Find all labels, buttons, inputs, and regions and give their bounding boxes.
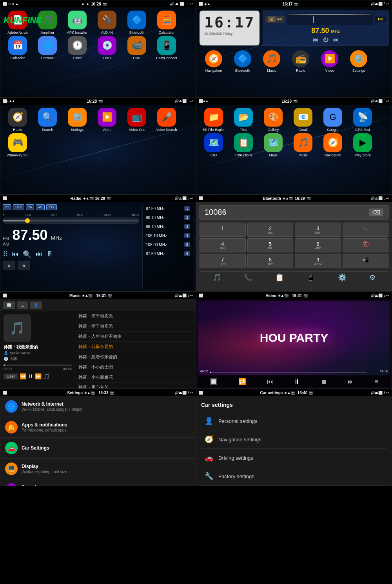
app-maps[interactable]: 🗺️Maps <box>259 133 287 157</box>
keypad-btn[interactable]: ⠿ <box>3 250 8 259</box>
app-wheelkey-studio[interactable]: 🎮Wheelkey Stu <box>4 133 32 157</box>
app-calendar[interactable]: 📅Calendar <box>4 36 32 60</box>
music-list-btn[interactable]: 🎵 <box>43 373 50 379</box>
bt-contacts-icon[interactable]: 📋 <box>275 273 284 282</box>
freq-preset-2[interactable]: 90.10 MHz2 <box>143 213 193 222</box>
app-search[interactable]: 🔍Search <box>33 108 62 132</box>
bt-key-5[interactable]: 5JKL <box>247 238 294 252</box>
bt-key-9[interactable]: 9WXYZ <box>295 254 341 268</box>
bt-settings-icon[interactable]: ⚙️ <box>338 273 347 282</box>
freq-preset-4[interactable]: 106.10 MHz4 <box>143 231 193 240</box>
music-rew-btn[interactable]: ⏪ <box>20 373 26 379</box>
bt-music-icon[interactable]: 🎵 <box>212 273 221 282</box>
tag-af[interactable]: AF <box>36 204 44 210</box>
app-dvd[interactable]: 💿DVD <box>93 36 121 60</box>
bt-key-*[interactable]: 📵 <box>343 238 389 252</box>
bt-phone-icon[interactable]: 📱 <box>307 273 315 282</box>
bt-key-2[interactable]: 2ABC <box>247 223 294 237</box>
bt-key-6[interactable]: 6MNO <box>295 238 341 252</box>
skip-fwd-btn[interactable]: ⏭ <box>35 250 42 258</box>
tag-loc[interactable]: LOC <box>13 204 24 210</box>
bt-key-1[interactable]: 1 <box>200 223 246 237</box>
playlist-item-4[interactable]: 孙露・想着你亲爱的 <box>75 352 196 362</box>
app-google[interactable]: GGoogle <box>319 108 347 132</box>
radio-next-btn[interactable]: ⏭ <box>333 36 339 43</box>
playlist-item-5[interactable]: 孙露・小小的太阳 <box>75 362 196 372</box>
music-fwd-btn[interactable]: ⏩ <box>35 373 42 379</box>
app-settings[interactable]: ⚙️Settings <box>63 108 91 132</box>
app-gallery[interactable]: 🎨Gallery <box>259 108 287 132</box>
freq-preset-1[interactable]: 87.50 MHz1 <box>143 204 193 213</box>
app-gmail[interactable]: 📧Gmail <box>289 108 317 132</box>
app-files[interactable]: 📂Files <box>229 108 258 132</box>
bt-more-icon[interactable]: ⚙ <box>369 273 376 282</box>
bt-backspace-btn[interactable]: ⌫ <box>369 209 383 216</box>
playlist-item-0[interactable]: 孙露・酒干倘卖无 <box>75 311 196 321</box>
bottom-app-navigation[interactable]: 🧭Navigation <box>200 50 228 73</box>
music-progress-bar[interactable] <box>4 365 72 366</box>
car-settings-item-driving-settings[interactable]: 🚗Driving settings <box>201 449 387 467</box>
app-bluetooth[interactable]: 🔷Bluetooth <box>123 11 151 34</box>
bt-call-icon[interactable]: 📞 <box>244 273 252 282</box>
app-easyconnect[interactable]: 📱EasyConnect <box>152 36 181 60</box>
tag-ta[interactable]: TA <box>26 204 34 210</box>
music-tab-person[interactable]: 👤 <box>30 301 42 309</box>
app-gps-test[interactable]: 📡GPS Test <box>348 108 377 132</box>
bt-key-#[interactable]: 📞 <box>343 223 389 237</box>
music-tab-loop[interactable]: 🔄 <box>3 301 15 309</box>
music-tab-list[interactable]: ☰ <box>17 301 28 309</box>
app-voice-search[interactable]: 🎤Voice Search <box>152 108 181 132</box>
bt-key-4[interactable]: 4GHI <box>200 238 246 252</box>
freq-slider-track[interactable] <box>3 218 139 224</box>
settings-item-apps-&-notifications[interactable]: 🔔Apps & notificationsPermissions, defaul… <box>0 417 196 438</box>
video-subtitle-btn[interactable]: 🔲 <box>210 378 218 385</box>
freq-preset-5[interactable]: 108.00 MHz5 <box>143 240 193 249</box>
search-btn[interactable]: 🔍 <box>23 250 31 259</box>
bt-key-8[interactable]: 8TUV <box>247 254 294 268</box>
playlist-item-2[interactable]: 孙露・人生何处不相逢 <box>75 332 196 342</box>
prev-arrow-btn[interactable]: « <box>3 261 15 270</box>
playlist-item-6[interactable]: 孙露・小小新娘花 <box>75 372 196 383</box>
playlist-item-3[interactable]: 孙露・我最亲爱的 <box>75 342 196 352</box>
bt-key-0[interactable]: 📲 <box>343 254 389 268</box>
video-stop-btn[interactable]: ⏹ <box>321 378 327 385</box>
app-music[interactable]: 🎵Music <box>289 133 317 157</box>
app-calculator[interactable]: 🧮Calculator <box>152 11 181 34</box>
bt-key-7[interactable]: 7PQRS <box>200 254 246 268</box>
app-instructions[interactable]: 📋Instructions <box>229 133 258 157</box>
bottom-app-settings[interactable]: ⚙️Settings <box>345 50 373 73</box>
app-aux-in[interactable]: 🔌AUX IN <box>93 11 121 34</box>
car-settings-item-factory-settings[interactable]: 🔧Factory settings <box>201 467 387 486</box>
video-progress[interactable] <box>210 372 367 373</box>
app-radio[interactable]: 🧭Radio <box>4 108 32 132</box>
video-list-btn[interactable]: ≡ <box>374 378 378 385</box>
video-next-btn[interactable]: ⏭ <box>348 378 354 385</box>
video-loop-btn[interactable]: 🔁 <box>238 378 246 385</box>
car-settings-item-personal-settings[interactable]: 👤Personal settings <box>201 412 387 430</box>
radio-prev-btn[interactable]: ⏮ <box>313 36 318 43</box>
radio-power-btn[interactable]: ⏻ <box>323 36 328 43</box>
tag-st[interactable]: ST <box>3 204 11 210</box>
app-es-file-explorer[interactable]: 📁ES File Explor <box>200 108 228 132</box>
playlist-item-1[interactable]: 孙露・酒干倘卖无 <box>75 321 196 332</box>
bt-key-3[interactable]: 3DEF <box>295 223 341 237</box>
video-play-btn[interactable]: ⏸ <box>294 378 300 385</box>
app-igo[interactable]: 🗺️IGO <box>200 133 228 157</box>
bottom-app-bluetooth[interactable]: 🔷Bluetooth <box>229 50 257 73</box>
bottom-app-music[interactable]: 🎵Music <box>258 50 286 73</box>
music-pause-btn[interactable]: ⏸ <box>28 373 33 379</box>
freq-preset-3[interactable]: 98.10 MHz3 <box>143 222 193 231</box>
app-dvr[interactable]: 📹DVR <box>123 36 151 60</box>
bottom-app-radio[interactable]: 📻Radio <box>287 50 315 73</box>
settings-item-car-settings[interactable]: 🚗Car Settings <box>0 438 196 459</box>
video-prev-btn[interactable]: ⏮ <box>267 378 273 385</box>
car-settings-item-navigation-settings[interactable]: 🧭Navigation settings <box>201 430 387 449</box>
skip-back-btn[interactable]: ⏮ <box>12 250 19 258</box>
settings-item-display[interactable]: 🖥️DisplayWallpaper, sleep, font size <box>0 459 196 479</box>
equalizer-btn[interactable]: 🎚 <box>46 250 53 258</box>
app-video-out[interactable]: 📺Video Out <box>123 108 151 132</box>
settings-item-sound[interactable]: 🔊SoundVolume, vibration, Do Not Disturb <box>0 479 196 486</box>
app-apk-installer[interactable]: 🤖APK Installer <box>63 11 91 34</box>
app-clock[interactable]: 🕐Clock <box>63 36 91 60</box>
app-video[interactable]: ▶️Video <box>93 108 121 132</box>
